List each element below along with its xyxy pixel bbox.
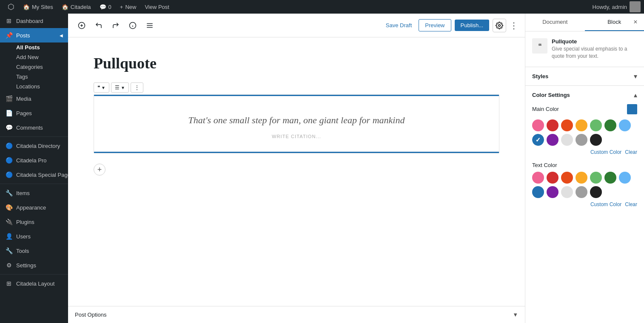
color-dot-orange[interactable]	[561, 119, 573, 131]
text-color-dot-black2[interactable]	[590, 186, 602, 198]
text-color-dot-light-blue[interactable]	[619, 172, 631, 184]
text-color-dot-yellow[interactable]	[576, 172, 587, 184]
editor-toolbar: Save Draft Preview Publish... ⋮	[68, 14, 525, 37]
panel-tabs: Document Block ×	[525, 14, 644, 31]
text-color-dot-orange[interactable]	[561, 172, 573, 184]
sidebar: ⊞ Dashboard 📌 Posts ◀ All Posts Add New …	[0, 14, 68, 323]
text-color-dot-pink[interactable]	[532, 172, 544, 184]
publish-button[interactable]: Publish...	[455, 20, 489, 31]
color-dot-black[interactable]	[590, 134, 602, 146]
text-color-dot-gray2[interactable]	[576, 186, 587, 198]
sidebar-item-media[interactable]: 🎬 Media	[0, 91, 68, 106]
block-info: ❝ Pullquote Give special visual emphasis…	[525, 31, 644, 67]
main-color-swatch[interactable]	[627, 104, 637, 114]
styles-section-header[interactable]: Styles ▾	[532, 72, 637, 80]
block-more-button[interactable]: ⋮	[131, 82, 143, 93]
citadela-special-icon: 🔵	[5, 171, 13, 178]
redo-button[interactable]	[109, 19, 123, 32]
block-type-button[interactable]: ❝ ▼	[94, 82, 109, 93]
block-align-button[interactable]: ☰ ▼	[111, 82, 129, 93]
citadela-dir-icon: 🔵	[5, 142, 13, 150]
preview-button[interactable]: Preview	[419, 19, 451, 31]
pages-icon: 📄	[5, 109, 13, 117]
color-dot-light-blue[interactable]	[619, 119, 631, 131]
tab-document[interactable]: Document	[525, 14, 585, 31]
color-dot-light-green[interactable]	[590, 119, 602, 131]
sidebar-item-tags[interactable]: Tags	[11, 72, 68, 82]
text-color-dot-light-gray2[interactable]	[561, 186, 573, 198]
styles-section-title: Styles	[532, 73, 548, 79]
sidebar-item-tools[interactable]: 🔧 Tools	[0, 244, 68, 258]
sidebar-item-add-new[interactable]: Add New	[11, 52, 68, 62]
color-dot-yellow[interactable]	[576, 119, 587, 131]
color-dot-purple[interactable]	[547, 134, 559, 146]
sidebar-item-posts[interactable]: 📌 Posts ◀	[0, 28, 68, 42]
pullquote-inner: That's one small step for man, one giant…	[94, 95, 499, 153]
adminbar-my-sites[interactable]: 🏠 My Sites	[19, 0, 57, 14]
text-clear-link[interactable]: Clear	[625, 201, 637, 207]
sidebar-item-citadela-layout[interactable]: ⊞ Citadela Layout	[0, 276, 68, 291]
sidebar-item-citadela-directory[interactable]: 🔵 Citadela Directory	[0, 139, 68, 153]
sidebar-item-comments[interactable]: 💬 Comments	[0, 120, 68, 135]
settings-button[interactable]	[493, 19, 506, 32]
adminbar-howdy: Howdy, admin	[593, 1, 641, 12]
add-block-button[interactable]	[75, 19, 88, 32]
color-settings-header[interactable]: Color Settings ▴	[532, 91, 637, 99]
color-settings: Color Settings ▴ Main Color ✓ Custom Col…	[525, 86, 644, 219]
main-clear-link[interactable]: Clear	[625, 149, 637, 155]
color-dot-gray[interactable]	[576, 134, 587, 146]
pullquote-block[interactable]: That's one small step for man, one giant…	[94, 94, 499, 153]
panel-close-button[interactable]: ×	[630, 17, 641, 27]
text-color-dot-red[interactable]	[547, 172, 559, 184]
post-options-bar[interactable]: Post Options ▼	[68, 306, 525, 323]
sidebar-item-users[interactable]: 👤 Users	[0, 229, 68, 244]
plugins-icon: 🔌	[5, 218, 13, 226]
more-options-button[interactable]: ⋮	[510, 20, 518, 31]
sidebar-item-citadela-pro[interactable]: 🔵 Citadela Pro	[0, 153, 68, 167]
main-color-row: Main Color	[532, 104, 637, 114]
sidebar-item-pages[interactable]: 📄 Pages	[0, 106, 68, 120]
color-dot-red[interactable]	[547, 119, 559, 131]
text-color-dot-green[interactable]	[604, 172, 616, 184]
color-dot-blue[interactable]: ✓	[532, 134, 544, 146]
sidebar-item-settings[interactable]: ⚙ Settings	[0, 258, 68, 272]
editor-wrap: Save Draft Preview Publish... ⋮ Pullquot…	[68, 14, 525, 323]
main-custom-color-link[interactable]: Custom Color	[590, 149, 621, 155]
sidebar-item-appearance[interactable]: 🎨 Appearance	[0, 200, 68, 215]
post-title[interactable]: Pullquote	[94, 54, 499, 72]
adminbar-wp-logo[interactable]: ⬡	[3, 0, 19, 14]
info-button[interactable]	[126, 19, 140, 32]
text-color-dot-blue2[interactable]	[532, 186, 544, 198]
sidebar-item-dashboard[interactable]: ⊞ Dashboard	[0, 14, 68, 28]
sidebar-item-plugins[interactable]: 🔌 Plugins	[0, 215, 68, 229]
undo-button[interactable]	[92, 19, 105, 32]
text-custom-color-link[interactable]: Custom Color	[590, 201, 621, 207]
main-color-palette: ✓	[532, 119, 637, 146]
adminbar-view-post[interactable]: View Post	[140, 0, 174, 14]
save-draft-button[interactable]: Save Draft	[382, 20, 415, 30]
text-color-dot-light-green[interactable]	[590, 172, 602, 184]
adminbar-citadela[interactable]: 🏠 Citadela	[57, 0, 95, 14]
block-description: Give special visual emphasis to a quote …	[552, 45, 637, 60]
add-block-inline-button[interactable]: +	[94, 164, 105, 176]
adminbar-new[interactable]: + New	[116, 0, 141, 14]
text-color-label: Text Color	[532, 162, 637, 168]
color-dot-green[interactable]	[604, 119, 616, 131]
sidebar-item-locations[interactable]: Locations	[11, 82, 68, 91]
sidebar-item-citadela-special[interactable]: 🔵 Citadela Special Pages	[0, 167, 68, 182]
adminbar-comments[interactable]: 💬 0	[95, 0, 116, 14]
dashboard-icon: ⊞	[5, 17, 13, 25]
block-navigation-button[interactable]	[143, 19, 157, 32]
sidebar-submenu-posts: All Posts Add New Categories Tags Locati…	[0, 42, 68, 91]
sidebar-item-items[interactable]: 🔧 Items	[0, 186, 68, 200]
right-panel: Document Block × ❝ Pullquote Give specia…	[525, 14, 644, 323]
media-icon: 🎬	[5, 95, 13, 102]
color-dot-light-gray[interactable]	[561, 134, 573, 146]
admin-bar: ⬡ 🏠 My Sites 🏠 Citadela 💬 0 + New View P…	[0, 0, 644, 14]
sidebar-item-categories[interactable]: Categories	[11, 62, 68, 72]
pullquote-citation[interactable]: WRITE CITATION...	[107, 134, 486, 139]
pullquote-text[interactable]: That's one small step for man, one giant…	[107, 113, 486, 127]
color-dot-pink[interactable]	[532, 119, 544, 131]
sidebar-item-all-posts[interactable]: All Posts	[11, 42, 68, 52]
text-color-dot-purple[interactable]	[547, 186, 559, 198]
